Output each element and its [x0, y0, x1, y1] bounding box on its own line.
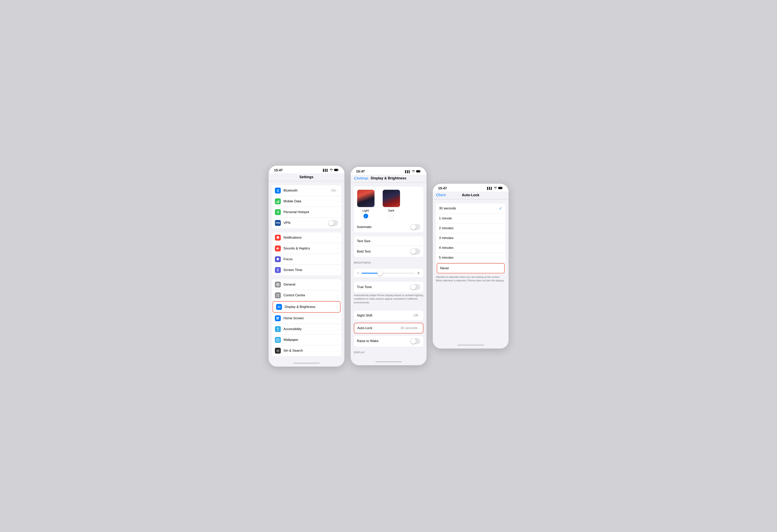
bluetooth-row[interactable]: Bluetooth On › [272, 185, 341, 196]
option-5m[interactable]: 5 minutes [436, 253, 506, 263]
battery-icon [334, 169, 339, 172]
brightness-slider-row[interactable]: ☀ ☀ [354, 269, 423, 278]
vpn-label: VPN [284, 221, 328, 225]
option-never[interactable]: Never [437, 263, 505, 273]
display-label: Display & Brightness [285, 305, 336, 309]
back-button-2[interactable]: Settings [354, 176, 368, 180]
bold-text-row[interactable]: Bold Text [354, 246, 423, 257]
option-30s[interactable]: 30 seconds ✓ [436, 203, 506, 214]
display-group: General › Control Centre › [272, 279, 341, 356]
option-3m[interactable]: 3 minutes [436, 233, 506, 243]
home-screen-row[interactable]: Home Screen › [272, 313, 341, 324]
status-icons-2: ▌▌▌ [405, 170, 421, 173]
true-tone-row[interactable]: True Tone [354, 282, 423, 292]
notifications-row[interactable]: Notifications › [272, 232, 341, 243]
control-centre-row[interactable]: Control Centre › [272, 290, 341, 301]
siri-chevron: › [337, 349, 338, 352]
light-selected-check: ✓ [363, 214, 368, 219]
display-icon: AA [276, 304, 282, 310]
alerts-group: Notifications › Sounds & Haptics › [272, 232, 341, 275]
raise-wake-group: Raise to Wake [354, 336, 423, 347]
status-time-2: 15:47 [356, 169, 365, 173]
automatic-row[interactable]: Automatic [354, 222, 423, 232]
svg-point-11 [276, 295, 278, 296]
dark-thumbnail [382, 189, 400, 207]
raise-to-wake-knob [411, 339, 416, 344]
dark-circle [389, 214, 394, 219]
mobile-data-row[interactable]: Mobile Data › [272, 196, 341, 207]
dark-thumb-bg [383, 190, 400, 207]
siri-search-row[interactable]: Siri & Search › [272, 346, 341, 356]
wallpaper-row[interactable]: Wallpaper › [272, 335, 341, 346]
dark-option[interactable]: Dark [382, 189, 400, 219]
light-option[interactable]: Light ✓ [357, 189, 375, 219]
vpn-toggle[interactable] [328, 220, 338, 226]
sounds-icon [275, 246, 281, 251]
mobile-data-chevron: › [337, 200, 338, 203]
home-screen-label: Home Screen [284, 316, 337, 320]
svg-rect-28 [503, 187, 503, 188]
svg-rect-14 [278, 317, 279, 318]
auto-lock-content[interactable]: 30 seconds ✓ 1 minute 2 minutes 3 minute… [433, 200, 509, 342]
svg-rect-17 [278, 318, 279, 319]
vpn-row[interactable]: VPN VPN [272, 218, 341, 229]
true-tone-label: True Tone [357, 285, 410, 289]
true-tone-footer: Automatically adapt iPhone display based… [351, 292, 427, 307]
accessibility-row[interactable]: Accessibility › [272, 324, 341, 335]
brightness-thumb[interactable] [377, 271, 382, 276]
hotspot-label: Personal Hotspot [284, 210, 337, 214]
raise-to-wake-label: Raise to Wake [357, 339, 410, 343]
focus-row[interactable]: Focus › [272, 254, 341, 265]
option-1m[interactable]: 1 minute [436, 214, 506, 224]
settings-title: Settings [300, 175, 313, 179]
signal-icon-3: ▌▌▌ [487, 187, 493, 190]
siri-label: Siri & Search [284, 349, 337, 353]
sounds-label: Sounds & Haptics [284, 247, 337, 250]
autolock-group-outer: Auto-Lock 30 seconds › [354, 323, 423, 334]
auto-lock-row[interactable]: Auto-Lock 30 seconds › [354, 323, 423, 333]
automatic-toggle[interactable] [410, 224, 420, 230]
option-3m-label: 3 minutes [439, 236, 454, 240]
brightness-group: ☀ ☀ [354, 269, 423, 278]
text-size-row[interactable]: Text Size › [354, 236, 423, 246]
option-2m[interactable]: 2 minutes [436, 224, 506, 233]
settings-content[interactable]: Bluetooth On › Mobile Data › [268, 181, 344, 360]
bold-text-toggle[interactable] [410, 248, 420, 255]
night-shift-value: Off [414, 313, 418, 317]
brightness-row: ☀ ☀ [357, 271, 420, 275]
brightness-track[interactable] [361, 273, 415, 274]
auto-lock-options-group: 30 seconds ✓ 1 minute 2 minutes 3 minute… [436, 203, 506, 274]
hotspot-icon [275, 209, 281, 215]
option-4m[interactable]: 4 minutes [436, 243, 506, 253]
true-tone-group: True Tone [354, 282, 423, 292]
night-shift-row[interactable]: Night Shift Off › [354, 311, 423, 320]
display-section-header: DISPLAY [351, 350, 427, 355]
light-thumb-bg [357, 190, 374, 207]
raise-to-wake-row[interactable]: Raise to Wake [354, 336, 423, 347]
screen-time-row[interactable]: Screen Time › [272, 265, 341, 275]
control-centre-label: Control Centre [284, 293, 337, 297]
general-row[interactable]: General › [272, 279, 341, 290]
bluetooth-icon [275, 187, 281, 193]
appearance-group: Light ✓ Dark Automatic [354, 186, 423, 232]
sounds-row[interactable]: Sounds & Haptics › [272, 243, 341, 254]
home-bar [293, 363, 320, 364]
bold-text-knob [411, 249, 416, 254]
raise-to-wake-toggle[interactable] [410, 338, 420, 344]
option-2m-label: 2 minutes [439, 226, 454, 230]
auto-lock-label: Auto-Lock [357, 326, 401, 330]
svg-point-22 [277, 339, 278, 340]
home-indicator-3 [433, 342, 509, 349]
svg-rect-13 [276, 317, 278, 318]
personal-hotspot-row[interactable]: Personal Hotspot › [272, 207, 341, 218]
display-brightness-row[interactable]: AA Display & Brightness › [272, 301, 340, 312]
accessibility-icon [275, 326, 281, 332]
vpn-icon: VPN [275, 220, 281, 226]
display-content[interactable]: Light ✓ Dark Automatic [351, 182, 427, 359]
back-button-3[interactable]: Back [436, 193, 446, 197]
siri-icon [275, 348, 281, 354]
nav-bar-2: Settings Display & Brightness [351, 175, 427, 182]
true-tone-toggle[interactable] [410, 284, 420, 290]
option-5m-label: 5 minutes [439, 256, 454, 260]
svg-rect-4 [278, 201, 278, 203]
